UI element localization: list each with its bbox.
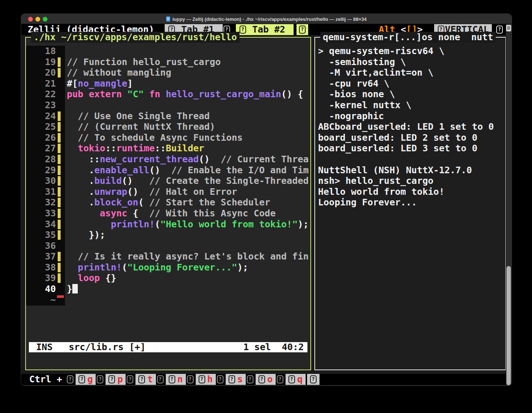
key-hint-s[interactable]: ?s xyxy=(226,374,246,385)
key-letter: p xyxy=(117,374,123,385)
code-text: loop {} xyxy=(67,273,116,284)
scrollbar-thumb[interactable] xyxy=(506,266,511,385)
line-number: 28 xyxy=(26,154,56,165)
diff-added-marker xyxy=(58,220,61,229)
missing-glyph-icon: ? xyxy=(229,375,235,383)
separator-glyph-icon: ? xyxy=(247,375,253,383)
code-line[interactable]: 33 async { // With this Async Code xyxy=(26,208,310,219)
diff-added-marker xyxy=(58,57,61,67)
line-number: 22 xyxy=(26,89,56,100)
console-output[interactable]: > qemu-system-riscv64 \ -semihosting \ -… xyxy=(315,38,505,370)
tab-2[interactable]: ? Tab #2 xyxy=(236,24,294,35)
diff-added-marker xyxy=(58,144,61,153)
diff-added-marker xyxy=(58,111,61,121)
line-number: 29 xyxy=(26,165,56,176)
line-number: 26 xyxy=(26,132,56,143)
code-line[interactable]: 22pub extern "C" fn hello_rust_cargo_mai… xyxy=(26,89,310,100)
code-line[interactable]: 27 tokio::runtime::Builder xyxy=(26,143,310,154)
code-text: // Is it really async? Let's block and f… xyxy=(67,251,309,262)
statusline-right: 1 sel 40:2 xyxy=(244,342,304,353)
key-hint-p[interactable]: ?p xyxy=(106,374,126,385)
line-number: 19 xyxy=(26,57,56,68)
scrollbar-track[interactable] xyxy=(506,24,512,386)
code-line[interactable]: 31 .unwrap() // Halt on Error xyxy=(26,186,310,197)
code-line[interactable]: 21#[no_mangle] xyxy=(26,78,310,89)
tab-separator-pill: ? xyxy=(296,24,308,35)
keybind-prefix: Ctrl + xyxy=(29,374,62,385)
separator-glyph-icon: ? xyxy=(127,375,133,383)
missing-glyph-icon: ? xyxy=(108,375,115,383)
key-hint-t[interactable]: ?t xyxy=(135,374,156,385)
editor-pane[interactable]: ./hx ~/riscv/apps/examples/rust/hello 18… xyxy=(25,37,311,370)
key-hint-g[interactable]: ?g xyxy=(76,374,96,385)
key-hint-n[interactable]: ?n xyxy=(166,374,186,385)
line-number: 21 xyxy=(26,78,56,89)
macos-titlebar: luppy — Zellij (didactic-lemon) - ./hx ~… xyxy=(21,14,512,24)
console-line xyxy=(315,154,505,165)
code-line[interactable]: 24 // Use One Single Thread xyxy=(26,111,310,122)
diff-added-marker xyxy=(58,209,61,218)
diff-removed-marker xyxy=(57,295,64,298)
code-line[interactable]: 20// without mangling xyxy=(26,67,310,78)
code-line[interactable]: 30 .build() // Create the Single-Threade… xyxy=(26,175,310,186)
separator-glyph-icon: ? xyxy=(277,375,283,383)
console-pane[interactable]: qemu-system-r[...]os none nutt > qemu-sy… xyxy=(314,37,506,370)
scrollbar-button[interactable] xyxy=(506,25,511,31)
code-text: println!("Hello world from tokio!"); xyxy=(67,219,309,230)
diff-added-marker xyxy=(58,273,61,283)
missing-glyph-icon: ? xyxy=(79,375,85,383)
key-hint-q[interactable]: ?q xyxy=(286,374,306,385)
diff-added-marker xyxy=(58,166,61,175)
line-number: 37 xyxy=(26,251,56,262)
code-text: .build() // Create the Single-Threaded xyxy=(67,175,309,186)
code-line[interactable]: 23 xyxy=(26,100,310,111)
diff-added-marker xyxy=(58,176,61,186)
code-line[interactable]: 40} xyxy=(26,284,310,295)
code-line[interactable]: 35 }); xyxy=(26,230,310,240)
code-line[interactable]: 39 loop {} xyxy=(26,273,310,284)
editor-mode: INS xyxy=(36,342,53,353)
code-text: // Function hello_rust_cargo xyxy=(67,57,221,68)
code-line[interactable]: 29 .enable_all() // Enable the I/O and T… xyxy=(26,165,310,176)
console-line: Looping Forever... xyxy=(315,197,505,208)
line-number: 39 xyxy=(26,273,56,284)
diff-added-marker xyxy=(58,68,61,77)
missing-glyph-icon: ? xyxy=(310,375,317,383)
console-line: nsh> hello_rust_cargo xyxy=(315,175,505,186)
code-line[interactable]: 19// Function hello_rust_cargo xyxy=(26,57,310,68)
code-text: .block_on( // Start the Scheduler xyxy=(67,197,270,208)
line-number: 25 xyxy=(26,121,56,132)
code-line[interactable]: 38 println!("Looping Forever..."); xyxy=(26,262,310,273)
line-number: 30 xyxy=(26,175,56,186)
code-line[interactable]: 28 ::new_current_thread() // Current Thr… xyxy=(26,154,310,165)
terminal-content: Zellij (didactic-lemon) ? Tab #1 ? ? Tab… xyxy=(21,24,512,386)
diff-added-marker xyxy=(58,252,61,261)
code-line[interactable]: 36 xyxy=(26,240,310,251)
missing-glyph-icon: ? xyxy=(169,375,175,383)
code-line[interactable]: 37 // Is it really async? Let's block an… xyxy=(26,251,310,262)
key-hint-h[interactable]: ?h xyxy=(196,374,216,385)
line-number: 24 xyxy=(26,111,56,122)
code-text: tokio::runtime::Builder xyxy=(67,143,204,154)
key-hint-o[interactable]: ?o xyxy=(256,374,276,385)
diff-added-marker xyxy=(58,263,61,272)
code-text: println!("Looping Forever..."); xyxy=(67,262,248,273)
line-number: 38 xyxy=(26,262,56,273)
code-line[interactable]: 26 // To schedule Async Functions xyxy=(26,132,310,143)
cursor-position: 40:2 xyxy=(282,342,304,353)
code-line[interactable]: 18 xyxy=(26,46,310,57)
missing-glyph-icon: ? xyxy=(259,375,265,383)
key-hint-end[interactable]: ? xyxy=(307,374,319,385)
code-area[interactable]: 1819// Function hello_rust_cargo20// wit… xyxy=(26,46,310,305)
empty-buffer-line: ~ xyxy=(26,295,310,306)
code-text: .enable_all() // Enable the I/O and Tim xyxy=(67,165,309,176)
code-line[interactable]: 25 // (Current NuttX Thread) xyxy=(26,121,310,132)
code-line[interactable]: 32 .block_on( // Start the Scheduler xyxy=(26,197,310,208)
diff-added-marker xyxy=(58,155,61,164)
line-number: 36 xyxy=(26,240,56,251)
code-line[interactable]: 34 println!("Hello world from tokio!"); xyxy=(26,219,310,230)
helix-editor[interactable]: 1819// Function hello_rust_cargo20// wit… xyxy=(26,38,310,370)
document-icon xyxy=(166,16,170,22)
console-line: -cpu rv64 \ xyxy=(315,78,505,89)
line-number: 20 xyxy=(26,67,56,78)
